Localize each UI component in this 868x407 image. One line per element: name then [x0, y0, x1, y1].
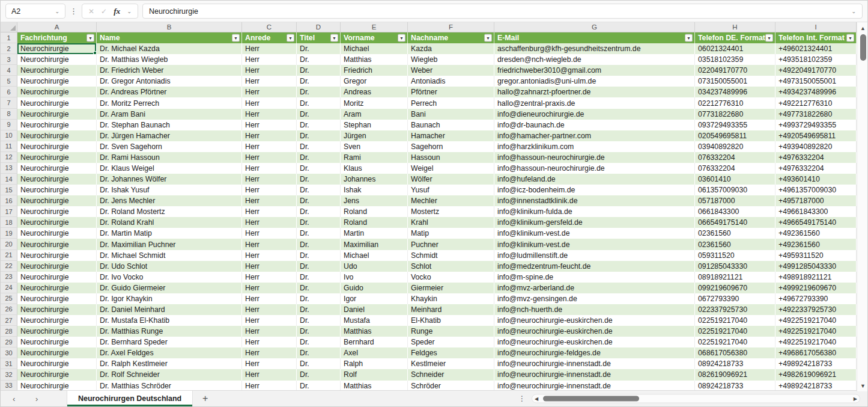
cell-D19[interactable]: Dr. — [297, 228, 341, 239]
cancel-entry-icon[interactable]: ✕ — [88, 7, 94, 16]
cell-D27[interactable]: Dr. — [297, 315, 341, 326]
scrollbar-resize-dots-icon[interactable]: ⋮ — [518, 391, 526, 406]
cell-G3[interactable]: dresden@nch-wiegleb.de — [494, 54, 695, 65]
cell-B33[interactable]: Dr. Matthias Schröder — [97, 381, 242, 391]
cell-D14[interactable]: Dr. — [297, 174, 341, 185]
cell-C19[interactable]: Herr — [242, 228, 297, 239]
cell-A20[interactable]: Neurochirurgie — [17, 239, 97, 249]
fx-dropdown-icon[interactable]: ⌄ — [127, 8, 132, 14]
cell-A23[interactable]: Neurochirurgie — [17, 272, 97, 283]
cell-I26[interactable]: +4922337925730 — [775, 304, 857, 315]
cell-G17[interactable]: info@klinikum-fulda.de — [494, 206, 695, 217]
cell-B4[interactable]: Dr. Friedrich Weber — [97, 65, 242, 76]
cell-H17[interactable]: 0661843300 — [695, 206, 775, 217]
formula-input[interactable]: Neurochirurgie ⌄ — [142, 4, 863, 19]
cell-E4[interactable]: Friedrich — [341, 65, 408, 76]
cell-E11[interactable]: Sven — [341, 141, 408, 152]
cell-C8[interactable]: Herr — [242, 109, 297, 120]
row-header-32[interactable]: 32 — [1, 369, 17, 380]
cell-I20[interactable]: +492361560 — [775, 239, 857, 249]
row-header-19[interactable]: 19 — [1, 228, 17, 239]
cell-B10[interactable]: Dr. Jürgen Hamacher — [97, 130, 242, 141]
cell-D10[interactable]: Dr. — [297, 130, 341, 141]
cell-B20[interactable]: Dr. Maximilian Puchner — [97, 239, 242, 249]
column-header-C[interactable]: C — [242, 22, 297, 32]
cell-H18[interactable]: 066549175140 — [695, 217, 775, 228]
cell-B17[interactable]: Dr. Roland Mostertz — [97, 206, 242, 217]
filter-button[interactable]: ▼ — [484, 34, 492, 42]
cell-H30[interactable]: 068617056380 — [695, 347, 775, 358]
row-header-25[interactable]: 25 — [1, 293, 17, 304]
cell-I25[interactable]: +49672793390 — [775, 293, 857, 304]
cell-B11[interactable]: Dr. Sven Sagehorn — [97, 141, 242, 152]
row-header-29[interactable]: 29 — [1, 337, 17, 347]
cell-A9[interactable]: Neurochirurgie — [17, 120, 97, 130]
cell-H28[interactable]: 022519217040 — [695, 326, 775, 337]
scroll-right-icon[interactable]: ▶ — [854, 396, 857, 402]
cell-C2[interactable]: Herr — [242, 43, 297, 54]
filter-button[interactable]: ▼ — [330, 34, 338, 42]
cell-I9[interactable]: +4993729493355 — [775, 120, 857, 130]
cell-A11[interactable]: Neurochirurgie — [17, 141, 97, 152]
cell-I24[interactable]: +4999219609670 — [775, 283, 857, 293]
row-header-12[interactable]: 12 — [1, 152, 17, 163]
cell-D33[interactable]: Dr. — [297, 381, 341, 391]
cell-C23[interactable]: Herr — [242, 272, 297, 283]
column-header-B[interactable]: B — [97, 22, 242, 32]
cell-H10[interactable]: 020549695811 — [695, 130, 775, 141]
cell-F24[interactable]: Giermeier — [408, 283, 494, 293]
cell-G21[interactable]: info@ludmillenstift.de — [494, 250, 695, 261]
cell-D6[interactable]: Dr. — [297, 87, 341, 97]
cell-G26[interactable]: info@nch-huerth.de — [494, 304, 695, 315]
cell-E8[interactable]: Aram — [341, 109, 408, 120]
cell-D32[interactable]: Dr. — [297, 369, 341, 380]
cell-D17[interactable]: Dr. — [297, 206, 341, 217]
cell-B2[interactable]: Dr. Michael Kazda — [97, 43, 242, 54]
row-header-7[interactable]: 7 — [1, 97, 17, 108]
cell-F23[interactable]: Vocko — [408, 272, 494, 283]
cell-F14[interactable]: Wölfer — [408, 174, 494, 185]
cell-G22[interactable]: info@medzentrum-feucht.de — [494, 261, 695, 272]
row-header-21[interactable]: 21 — [1, 250, 17, 261]
cell-I5[interactable]: +4973150055001 — [775, 76, 857, 87]
cell-D7[interactable]: Dr. — [297, 97, 341, 108]
filter-button[interactable]: ▼ — [846, 34, 854, 42]
cell-G14[interactable]: info@hufeland.de — [494, 174, 695, 185]
cell-G23[interactable]: info@m-spine.de — [494, 272, 695, 283]
cell-E21[interactable]: Michael — [341, 250, 408, 261]
cell-F19[interactable]: Matip — [408, 228, 494, 239]
cell-B14[interactable]: Dr. Johannes Wölfer — [97, 174, 242, 185]
cell-F8[interactable]: Bani — [408, 109, 494, 120]
cell-A31[interactable]: Neurochirurgie — [17, 358, 97, 369]
cell-D28[interactable]: Dr. — [297, 326, 341, 337]
cell-E13[interactable]: Klaus — [341, 163, 408, 174]
cell-F21[interactable]: Schmidt — [408, 250, 494, 261]
cell-B16[interactable]: Dr. Jens Mechler — [97, 195, 242, 206]
cell-A7[interactable]: Neurochirurgie — [17, 97, 97, 108]
cell-A25[interactable]: Neurochirurgie — [17, 293, 97, 304]
cell-E5[interactable]: Gregor — [341, 76, 408, 87]
cell-A5[interactable]: Neurochirurgie — [17, 76, 97, 87]
cell-A22[interactable]: Neurochirurgie — [17, 261, 97, 272]
cell-D3[interactable]: Dr. — [297, 54, 341, 65]
cell-G5[interactable]: gregor.antoniadis@uni-ulm.de — [494, 76, 695, 87]
cell-F26[interactable]: Meinhard — [408, 304, 494, 315]
cell-D29[interactable]: Dr. — [297, 337, 341, 347]
cell-A10[interactable]: Neurochirurgie — [17, 130, 97, 141]
horizontal-scrollbar[interactable]: ◀ ▶ — [532, 394, 860, 403]
row-header-27[interactable]: 27 — [1, 315, 17, 326]
cell-H20[interactable]: 02361560 — [695, 239, 775, 249]
cell-B31[interactable]: Dr. Ralph Kestlmeier — [97, 358, 242, 369]
cell-F33[interactable]: Schröder — [408, 381, 494, 391]
header-cell-H1[interactable]: Telefon DE. Format▼ — [695, 32, 775, 43]
cell-G16[interactable]: info@innenstadtklinik.de — [494, 195, 695, 206]
header-cell-I1[interactable]: Telefon Int. Format▼ — [775, 32, 857, 43]
row-header-8[interactable]: 8 — [1, 109, 17, 120]
header-cell-E1[interactable]: Vorname▼ — [341, 32, 408, 43]
row-header-30[interactable]: 30 — [1, 347, 17, 358]
sheet-tab-active[interactable]: Neurochirurgen Deutschland — [67, 391, 193, 406]
cell-B12[interactable]: Dr. Rami Hassoun — [97, 152, 242, 163]
cell-F2[interactable]: Kazda — [408, 43, 494, 54]
cell-G18[interactable]: info@klinikum-gersfeld.de — [494, 217, 695, 228]
cell-F31[interactable]: Kestlmeier — [408, 358, 494, 369]
